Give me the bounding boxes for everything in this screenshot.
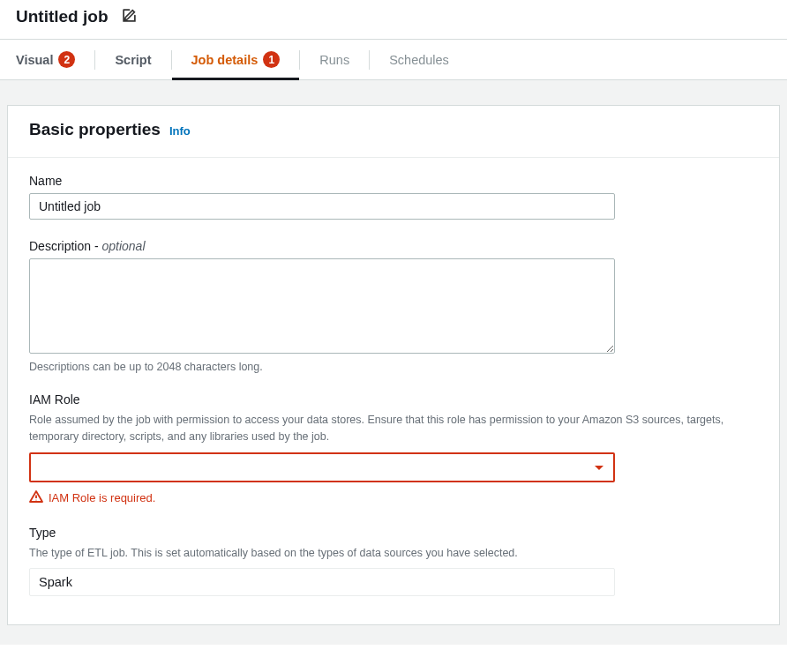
description-hint: Descriptions can be up to 2048 character… <box>29 361 758 373</box>
tab-badge: 2 <box>58 51 75 68</box>
page-header: Untitled job <box>0 0 787 39</box>
tab-label: Visual <box>16 53 53 67</box>
tab-visual[interactable]: Visual 2 <box>0 40 94 79</box>
tab-badge: 1 <box>263 51 280 68</box>
description-label: Description - optional <box>29 239 758 253</box>
tab-label: Script <box>115 53 151 67</box>
type-input <box>29 568 615 596</box>
panel-title: Basic properties <box>29 120 161 139</box>
field-description: Description - optional Descriptions can … <box>29 239 758 373</box>
iam-role-label: IAM Role <box>29 392 758 407</box>
type-description: The type of ETL job. This is set automat… <box>29 545 758 562</box>
tab-job-details[interactable]: Job details 1 <box>172 40 300 79</box>
tab-runs: Runs <box>300 41 369 78</box>
tabs-bar: Visual 2 Script Job details 1 Runs Sched… <box>0 39 787 80</box>
content-area: Basic properties Info Name Description -… <box>0 80 787 645</box>
iam-role-select-wrapper <box>29 452 615 482</box>
page-title: Untitled job <box>16 7 108 26</box>
iam-role-description: Role assumed by the job with permission … <box>29 412 758 446</box>
panel-header: Basic properties Info <box>8 106 779 158</box>
error-text: IAM Role is required. <box>49 491 155 504</box>
tab-label: Runs <box>319 53 349 67</box>
tab-schedules: Schedules <box>370 41 468 78</box>
iam-role-select[interactable] <box>29 452 615 482</box>
name-input[interactable] <box>29 193 615 220</box>
panel-body: Name Description - optional Descriptions… <box>8 158 779 624</box>
edit-icon <box>122 8 137 26</box>
field-iam-role: IAM Role Role assumed by the job with pe… <box>29 392 758 506</box>
iam-role-error: IAM Role is required. <box>29 489 758 506</box>
basic-properties-panel: Basic properties Info Name Description -… <box>7 105 780 625</box>
warning-icon <box>29 489 43 506</box>
type-label: Type <box>29 526 758 540</box>
info-link[interactable]: Info <box>169 124 191 138</box>
tab-label: Job details <box>191 53 259 67</box>
tab-label: Schedules <box>389 53 449 67</box>
svg-point-1 <box>35 499 36 500</box>
field-type: Type The type of ETL job. This is set au… <box>29 526 758 596</box>
field-name: Name <box>29 174 758 220</box>
caret-down-icon <box>594 460 604 474</box>
description-input[interactable] <box>29 258 615 354</box>
edit-title-button[interactable] <box>122 8 137 26</box>
tab-script[interactable]: Script <box>95 41 170 78</box>
name-label: Name <box>29 174 758 188</box>
